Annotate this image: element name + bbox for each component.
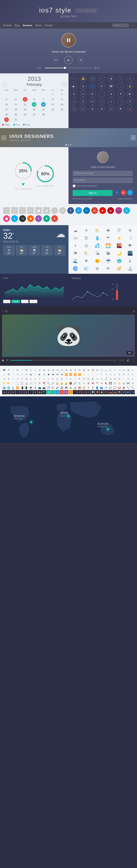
cal-day[interactable]: 2	[60, 92, 64, 97]
li-icon[interactable]: ★	[15, 368, 19, 372]
li-icon[interactable]: 📁	[2, 381, 6, 385]
li-dark-icon[interactable]: ✓	[15, 390, 19, 394]
li-icon[interactable]: 🎮	[64, 385, 68, 390]
cal-day[interactable]: 11	[13, 102, 18, 107]
cal-day[interactable]	[60, 117, 64, 122]
prev-button[interactable]: ⏮	[53, 57, 59, 63]
li-dark-icon[interactable]: 🔍	[42, 390, 46, 394]
volume-icon[interactable]: 🔊	[126, 359, 130, 362]
li-icon[interactable]: 🖨	[122, 381, 126, 385]
li-icon[interactable]: 📃	[15, 381, 19, 385]
cal-day[interactable]: 8	[50, 97, 55, 102]
li-icon[interactable]: 📂	[6, 381, 11, 385]
li-icon[interactable]: 🔓	[60, 381, 64, 385]
li-dark-icon[interactable]: ⊕	[46, 390, 51, 394]
icon-camera[interactable]: 📷	[89, 75, 96, 82]
video-progress-bar[interactable]	[10, 360, 117, 361]
li-dark-icon[interactable]: 📫	[122, 390, 126, 394]
li-dark-icon[interactable]: ⚙	[33, 390, 37, 394]
li-icon[interactable]: ▶	[38, 372, 42, 376]
li-icon[interactable]: 📢	[117, 385, 122, 390]
cal-day[interactable]	[41, 92, 46, 97]
li-icon[interactable]: 💾	[108, 381, 112, 385]
cal-day[interactable]	[41, 117, 46, 122]
li-icon[interactable]: ⊘	[55, 368, 59, 372]
li-icon[interactable]: ⊝	[77, 368, 82, 372]
social-icon-placeholder-4[interactable]: ◻	[27, 207, 34, 214]
icon-flag[interactable]: ⚑	[118, 106, 124, 112]
icon-zoom-out[interactable]: ⊖	[80, 91, 86, 97]
li-icon[interactable]: ⏪	[68, 372, 73, 376]
li-icon[interactable]: ↓	[86, 372, 90, 376]
li-icon[interactable]: 📉	[33, 381, 37, 385]
li-icon[interactable]: 🎗	[91, 385, 95, 390]
cal-day[interactable]: 24	[4, 112, 9, 117]
cal-day[interactable]: 6	[32, 97, 37, 102]
li-icon[interactable]: 📺	[38, 385, 42, 390]
li-icon[interactable]: ⊟	[86, 368, 90, 372]
icon-star[interactable]: ★	[108, 75, 115, 82]
cal-day[interactable]	[23, 92, 28, 97]
video-play-btn[interactable]: ▶	[2, 359, 4, 362]
li-icon[interactable]: 📅	[42, 381, 46, 385]
li-icon[interactable]: ◈	[126, 368, 130, 372]
li-icon[interactable]: 📷	[42, 385, 46, 390]
icon-refresh[interactable]: ↺	[127, 98, 133, 105]
cal-day[interactable]: 9	[60, 97, 64, 102]
li-icon[interactable]: ✓	[33, 368, 37, 372]
icon-heart[interactable]: ♡	[118, 75, 124, 82]
li-icon[interactable]: 📊	[24, 381, 29, 385]
li-dark-icon[interactable]: 🏷	[86, 390, 90, 394]
li-icon[interactable]: 👥	[99, 385, 104, 390]
social-googleplus[interactable]: g+	[91, 207, 98, 214]
li-dark-icon[interactable]: ✕	[20, 390, 24, 394]
social-twitter[interactable]: t	[75, 207, 82, 214]
li-icon[interactable]: ←	[91, 372, 95, 376]
heart-icon[interactable]: ♡	[2, 309, 5, 313]
li-icon[interactable]: ⌥	[15, 372, 19, 376]
li-icon[interactable]: 💻	[29, 385, 33, 390]
li-dark-icon[interactable]: 📢	[95, 390, 99, 394]
icon-music[interactable]: ♪	[71, 75, 77, 82]
banner-prev-button[interactable]: ‹	[1, 135, 6, 141]
li-icon[interactable]: ⊄	[113, 377, 117, 381]
icon-play[interactable]: ▶	[71, 83, 77, 89]
li-dark-icon[interactable]: ⊕	[2, 390, 6, 394]
li-icon[interactable]: 💿	[113, 381, 117, 385]
fb-login-btn[interactable]: f	[114, 190, 120, 195]
icon-mail[interactable]: ✉	[99, 83, 105, 89]
li-dark-icon[interactable]: 📥	[113, 390, 117, 394]
li-icon[interactable]: 🖥	[33, 385, 37, 390]
icon-down[interactable]: ▼	[118, 91, 124, 97]
li-icon[interactable]: √	[64, 377, 68, 381]
li-icon[interactable]: 🗑	[86, 381, 90, 385]
cal-day[interactable]: 27	[32, 112, 37, 117]
li-icon[interactable]: ⊖	[46, 368, 51, 372]
cal-day[interactable]	[32, 117, 37, 122]
li-icon[interactable]: ⊙	[60, 368, 64, 372]
li-icon[interactable]: 📍	[95, 381, 99, 385]
cal-day[interactable]	[23, 117, 28, 122]
li-icon[interactable]: 🌍	[2, 385, 6, 390]
li-icon[interactable]: 📋	[20, 381, 24, 385]
li-dark-icon[interactable]: ♡	[29, 390, 33, 394]
cal-day[interactable]: 10	[4, 102, 9, 107]
cal-day[interactable]: 16	[60, 102, 64, 107]
cal-day-busy[interactable]: 13	[32, 102, 37, 107]
cal-day[interactable]: 3	[4, 117, 9, 122]
cal-day[interactable]: 4	[13, 97, 18, 102]
icon-x[interactable]: ✕	[89, 98, 96, 105]
li-icon[interactable]: ☎	[2, 368, 6, 372]
li-icon[interactable]: ⊇	[108, 377, 112, 381]
li-icon[interactable]: ⏸	[42, 372, 46, 376]
li-dark-icon[interactable]: 🔖	[82, 390, 86, 394]
cal-day[interactable]: 12	[23, 102, 28, 107]
filter-month[interactable]: Mon	[21, 300, 29, 303]
li-icon[interactable]: ∪	[126, 377, 130, 381]
li-icon[interactable]: ∑	[55, 377, 59, 381]
li-dark-icon[interactable]: 📤	[108, 390, 112, 394]
li-dark-icon[interactable]: ⊖	[6, 390, 11, 394]
li-dark-icon[interactable]: ★	[64, 390, 68, 394]
social-heart[interactable]: ♥	[51, 215, 58, 222]
register-link[interactable]: Don't have an account?	[73, 198, 93, 200]
